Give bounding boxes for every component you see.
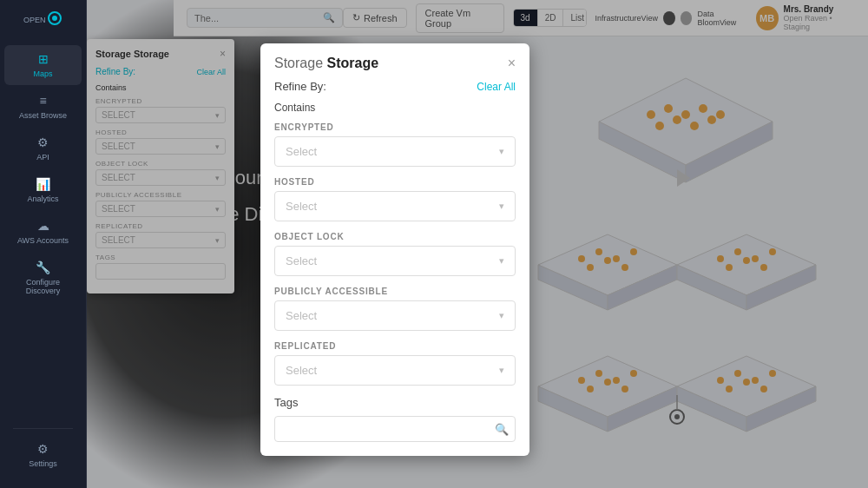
svg-point-2 (52, 16, 57, 21)
filter-replicated-section: REPLICATED Select ▾ (274, 341, 516, 386)
aws-icon: ☁ (37, 219, 49, 233)
filter-hosted-select[interactable]: Select ▾ (274, 191, 516, 221)
modal-title: Storage Storage (274, 56, 378, 71)
sidebar: OPEN ⊞ Maps ≡ Asset Browse ⚙ API 📊 Analy… (0, 0, 87, 488)
sidebar-item-asset-browse-label: Asset Browse (19, 111, 67, 120)
storage-modal: Storage Storage × Refine By: Clear All C… (260, 43, 529, 456)
sidebar-item-configure-discovery-label: Configure Discovery (9, 278, 77, 295)
sidebar-item-maps[interactable]: ⊞ Maps (4, 45, 82, 85)
sidebar-item-maps-label: Maps (33, 69, 52, 78)
filter-hosted-value: Select (286, 200, 317, 213)
tags-search-wrap: 🔍 (274, 416, 516, 442)
sidebar-item-asset-browse[interactable]: ≡ Asset Browse (4, 87, 82, 127)
tags-section: Tags 🔍 (274, 396, 516, 442)
refine-by-row: Refine By: Clear All (274, 80, 516, 93)
filter-object-lock-label: OBJECT LOCK (274, 232, 516, 241)
filter-encrypted-value: Select (286, 145, 317, 158)
modal-overlay: Storage Storage × Refine By: Clear All C… (87, 0, 868, 488)
filter-publicly-accessible-value: Select (286, 309, 317, 322)
filter-object-lock-value: Select (286, 254, 317, 267)
refine-by-label: Refine By: (274, 80, 326, 93)
chevron-down-icon: ▾ (499, 365, 504, 376)
search-icon: 🔍 (495, 423, 509, 436)
filter-encrypted-select[interactable]: Select ▾ (274, 136, 516, 167)
configure-icon: 🔧 (36, 260, 50, 274)
filter-publicly-accessible-label: PUBLICLY ACCESSIBLE (274, 287, 516, 296)
filter-publicly-accessible-section: PUBLICLY ACCESSIBLE Select ▾ (274, 287, 516, 331)
sidebar-item-settings[interactable]: ⚙ Settings (4, 435, 82, 475)
filter-object-lock-select[interactable]: Select ▾ (274, 246, 516, 276)
filter-encrypted-label: ENCRYPTED (274, 122, 516, 132)
api-icon: ⚙ (37, 135, 49, 149)
modal-title-main: Storage (326, 56, 378, 70)
filter-replicated-label: REPLICATED (274, 341, 516, 351)
filter-replicated-select[interactable]: Select ▾ (274, 355, 516, 386)
sidebar-item-analytics-label: Analytics (27, 195, 58, 203)
filter-publicly-accessible-select[interactable]: Select ▾ (274, 300, 516, 331)
chevron-down-icon: ▾ (499, 146, 504, 157)
sidebar-item-settings-label: Settings (29, 459, 57, 468)
contains-label: Contains (274, 102, 516, 114)
sidebar-bottom: ⚙ Settings (0, 424, 86, 488)
asset-browse-icon: ≡ (39, 94, 46, 108)
modal-header: Storage Storage × (260, 43, 529, 80)
modal-body: Refine By: Clear All Contains ENCRYPTED … (260, 80, 529, 456)
settings-icon: ⚙ (37, 442, 49, 456)
sidebar-item-configure-discovery[interactable]: 🔧 Configure Discovery (4, 254, 82, 302)
filter-hosted-section: HOSTED Select ▾ (274, 177, 516, 221)
tags-search-input[interactable] (274, 416, 516, 442)
logo: OPEN (17, 9, 69, 28)
chevron-down-icon: ▾ (499, 255, 504, 267)
sidebar-item-analytics[interactable]: 📊 Analytics (4, 170, 82, 210)
clear-all-button[interactable]: Clear All (477, 81, 516, 93)
modal-title-prefix: Storage (274, 56, 326, 70)
sidebar-item-api-label: API (36, 153, 49, 162)
maps-icon: ⊞ (38, 52, 49, 66)
sidebar-item-aws-accounts-label: AWS Accounts (17, 236, 69, 245)
sidebar-divider (13, 428, 73, 429)
modal-close-button[interactable]: × (508, 56, 516, 70)
analytics-icon: 📊 (36, 177, 50, 191)
sidebar-nav: ⊞ Maps ≡ Asset Browse ⚙ API 📊 Analytics … (0, 45, 86, 424)
sidebar-item-api[interactable]: ⚙ API (4, 129, 82, 168)
filter-object-lock-section: OBJECT LOCK Select ▾ (274, 232, 516, 276)
filter-replicated-value: Select (286, 364, 317, 377)
sidebar-item-aws-accounts[interactable]: ☁ AWS Accounts (4, 212, 82, 252)
filter-encrypted-section: ENCRYPTED Select ▾ (274, 122, 516, 167)
chevron-down-icon: ▾ (499, 201, 504, 212)
tags-section-label: Tags (274, 396, 516, 409)
svg-text:OPEN: OPEN (23, 16, 46, 24)
filter-hosted-label: HOSTED (274, 177, 516, 187)
chevron-down-icon: ▾ (499, 310, 504, 321)
